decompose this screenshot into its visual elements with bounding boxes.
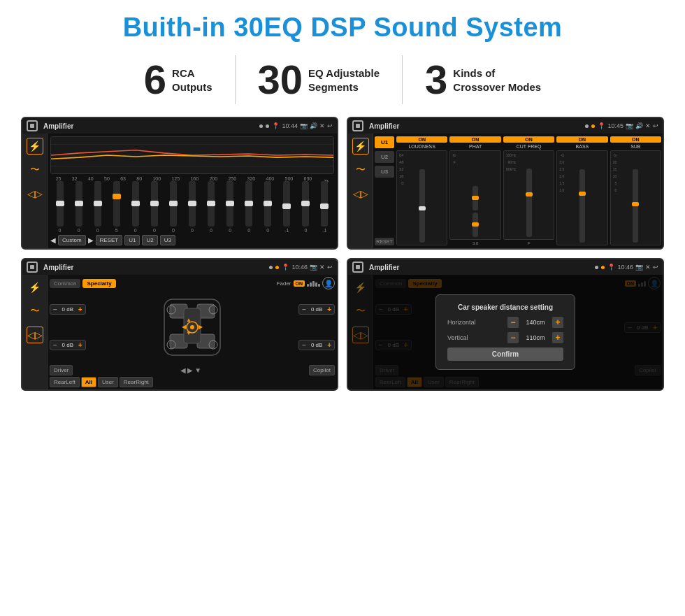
cam-icon-speaker2: 📷 [635, 264, 643, 271]
svg-point-15 [190, 325, 194, 329]
left-db-controls: − 0 dB + − 0 dB + [50, 292, 86, 363]
wave-icon-speaker1[interactable]: 〜 [27, 303, 43, 320]
prev-btn[interactable]: ◀ [50, 236, 56, 244]
dot1-crossover [585, 124, 589, 128]
reset-btn-eq[interactable]: RESET [96, 235, 123, 245]
stat-line1-eq: EQ Adjustable [308, 66, 380, 80]
copilot-btn[interactable]: Copilot [309, 365, 335, 375]
db-minus-br[interactable]: − [302, 341, 306, 349]
home-icon-speaker2[interactable] [352, 262, 363, 273]
eq-icon-speaker1[interactable]: ⚡ [27, 279, 43, 296]
u1-btn-eq[interactable]: U1 [124, 235, 140, 245]
db-minus-tr[interactable]: − [302, 306, 306, 313]
all-btn[interactable]: All [81, 377, 96, 387]
reset-crossover[interactable]: RESET [375, 238, 394, 245]
screen-title-crossover: Amplifier [369, 122, 582, 130]
status-icons-crossover: 📍 10:45 📷 🔊 ✕ ↩ [598, 122, 658, 129]
dialog-title: Car speaker distance setting [447, 303, 563, 311]
page-title: Buith-in 30EQ DSP Sound System [123, 13, 563, 43]
speaker1-tabs: Common Specialty [50, 279, 116, 288]
stat-text-crossover: Kinds of Crossover Modes [453, 59, 541, 94]
screen-title-speaker2: Amplifier [369, 264, 592, 271]
svg-text:▼: ▼ [186, 330, 192, 336]
location-icon-eq: 📍 [272, 122, 280, 129]
screen-eq: Amplifier 📍 10:44 📷 🔊 ✕ ↩ ⚡ [21, 117, 338, 250]
time-crossover: 10:45 [607, 122, 623, 129]
home-icon-crossover[interactable] [352, 120, 363, 131]
stat-line2-crossover: Crossover Modes [453, 80, 541, 94]
u2-preset[interactable]: U2 [375, 151, 394, 163]
eq-icon-crossover[interactable]: ⚡ [352, 138, 369, 155]
db-minus-bl[interactable]: − [53, 341, 57, 349]
status-bar-speaker1: Amplifier 📍 10:46 📷 ✕ ↩ [22, 259, 337, 275]
horizontal-label: Horizontal [447, 319, 476, 326]
rearright-btn[interactable]: RearRight [120, 377, 153, 387]
driver-btn[interactable]: Driver [50, 365, 73, 375]
status-bar-crossover: Amplifier 📍 10:45 📷 🔊 ✕ ↩ [348, 118, 663, 134]
db-plus-tr[interactable]: + [327, 306, 331, 313]
u1-preset[interactable]: U1 [375, 136, 394, 148]
user-btn[interactable]: User [98, 377, 118, 387]
u3-btn-eq[interactable]: U3 [160, 235, 175, 245]
dot2-eq [266, 124, 269, 128]
tab-common-speaker1[interactable]: Common [50, 279, 80, 288]
svg-text:◀: ◀ [182, 324, 187, 330]
u3-preset[interactable]: U3 [375, 166, 394, 178]
wave-icon[interactable]: 〜 [27, 162, 43, 178]
rearleft-btn[interactable]: RearLeft [50, 377, 80, 387]
channel-loudness: ON LOUDNESS 64 48 32 16 0 [396, 136, 447, 245]
svg-text:▲: ▲ [186, 317, 192, 323]
next-btn[interactable]: ▶ [88, 236, 94, 244]
screen-speaker1: Amplifier 📍 10:46 📷 ✕ ↩ ⚡ 〜 [21, 258, 338, 391]
db-minus-tl[interactable]: − [53, 306, 57, 313]
time-eq: 10:44 [282, 122, 298, 129]
left-arrow[interactable]: ◀ [180, 366, 186, 374]
time-speaker2: 10:46 [617, 264, 633, 271]
db-ctrl-tr: − 0 dB + [298, 304, 335, 315]
home-icon-eq[interactable] [27, 120, 38, 131]
crossover-main: U1 U2 U3 RESET ON LOUDNESS [373, 134, 663, 248]
db-plus-br[interactable]: + [327, 341, 331, 349]
fader-bars [307, 280, 320, 287]
horizontal-minus[interactable]: − [507, 317, 519, 328]
down-arrow[interactable]: ▼ [194, 366, 201, 374]
vertical-minus[interactable]: − [507, 332, 519, 343]
vol-sidebar-icon[interactable]: ◁▷ [27, 185, 43, 202]
avatar-speaker1[interactable]: 👤 [322, 277, 335, 289]
on-phat: ON [449, 136, 500, 143]
db-plus-bl[interactable]: + [78, 341, 82, 349]
back-icon-crossover: ↩ [653, 122, 658, 129]
db-ctrl-tl: − 0 dB + [50, 304, 86, 315]
eq-icon[interactable]: ⚡ [27, 138, 43, 155]
cam-icon-speaker1: 📷 [310, 264, 317, 271]
svg-text:▶: ▶ [199, 324, 203, 330]
dot1-speaker1 [269, 266, 273, 269]
db-plus-tl[interactable]: + [78, 306, 82, 313]
tab-specialty-speaker1[interactable]: Specialty [82, 279, 115, 288]
speaker1-main: Common Specialty Fader ON [48, 275, 337, 389]
confirm-button[interactable]: Confirm [447, 348, 563, 361]
dot2-crossover [591, 124, 595, 128]
channel-sub: ON SUB G 20 15 10 5 0 [610, 136, 661, 245]
right-db-controls: − 0 dB + − 0 dB + [298, 292, 335, 363]
location-icon-crossover: 📍 [598, 122, 605, 129]
db-ctrl-br: − 0 dB + [298, 340, 335, 350]
back-icon-speaker2: ↩ [653, 264, 658, 271]
stat-number-rca: 6 [144, 59, 166, 100]
vol-icon-crossover: 🔊 [635, 122, 643, 129]
vertical-plus[interactable]: + [552, 332, 563, 343]
home-icon-speaker1[interactable] [27, 262, 38, 273]
horizontal-plus[interactable]: + [552, 317, 563, 328]
custom-btn[interactable]: Custom [58, 235, 86, 245]
vol-icon-eq: 🔊 [310, 122, 317, 129]
crossover-channels: ON LOUDNESS 64 48 32 16 0 [396, 136, 661, 245]
time-speaker1: 10:46 [291, 264, 308, 271]
wave-icon-crossover[interactable]: 〜 [352, 162, 369, 178]
sidebar-eq: ⚡ 〜 ◁▷ [22, 134, 48, 248]
vertical-value: 110cm [521, 334, 549, 341]
u2-btn-eq[interactable]: U2 [142, 235, 157, 245]
x-icon-eq: ✕ [319, 122, 325, 129]
vol-icon-speaker1[interactable]: ◁▷ [27, 327, 43, 343]
right-arrow[interactable]: ▶ [187, 366, 193, 374]
vol-icon-crossover-side[interactable]: ◁▷ [352, 185, 369, 202]
